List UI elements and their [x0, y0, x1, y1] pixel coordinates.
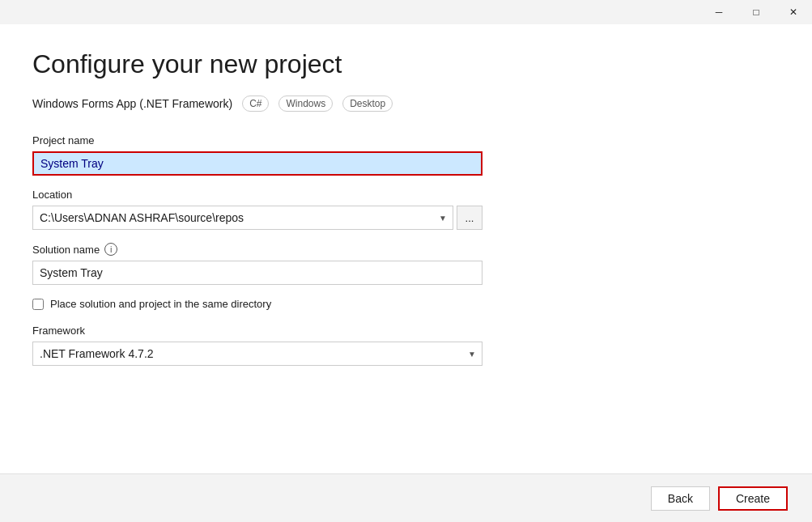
tag-csharp: C# — [242, 95, 269, 112]
framework-label: Framework — [32, 325, 780, 337]
minimize-button[interactable]: ─ — [700, 0, 738, 24]
main-content: Configure your new project Windows Forms… — [0, 24, 812, 522]
same-dir-checkbox[interactable] — [32, 299, 44, 310]
tag-windows: Windows — [278, 95, 333, 112]
location-field-group: Location C:\Users\ADNAN ASHRAF\source\re… — [32, 189, 780, 230]
project-name-field-group: Project name — [32, 134, 780, 176]
create-button[interactable]: Create — [718, 486, 788, 511]
project-name-label: Project name — [32, 134, 780, 146]
back-button[interactable]: Back — [651, 486, 710, 511]
same-dir-checkbox-row: Place solution and project in the same d… — [32, 298, 780, 310]
location-label: Location — [32, 189, 780, 201]
location-row: C:\Users\ADNAN ASHRAF\source\repos ... — [32, 206, 780, 230]
project-type-name: Windows Forms App (.NET Framework) — [32, 97, 232, 110]
framework-field-group: Framework .NET Framework 4.7.2 .NET Fram… — [32, 325, 780, 366]
framework-select[interactable]: .NET Framework 4.7.2 .NET Framework 4.8 … — [32, 342, 483, 366]
close-button[interactable]: ✕ — [775, 0, 812, 24]
solution-name-input[interactable] — [32, 261, 483, 285]
location-select-wrapper: C:\Users\ADNAN ASHRAF\source\repos — [32, 206, 453, 230]
project-name-input[interactable] — [32, 151, 483, 176]
solution-name-info-icon[interactable]: i — [104, 243, 117, 256]
browse-button[interactable]: ... — [457, 206, 483, 230]
project-type-row: Windows Forms App (.NET Framework) C# Wi… — [32, 95, 780, 112]
framework-select-wrapper: .NET Framework 4.7.2 .NET Framework 4.8 … — [32, 342, 483, 366]
page-title: Configure your new project — [32, 49, 780, 79]
location-select[interactable]: C:\Users\ADNAN ASHRAF\source\repos — [32, 206, 453, 230]
maximize-button[interactable]: □ — [738, 0, 775, 24]
bottom-bar: Back Create — [0, 473, 812, 522]
tag-desktop: Desktop — [342, 95, 393, 112]
same-dir-label: Place solution and project in the same d… — [50, 298, 271, 310]
solution-name-field-group: Solution name i — [32, 243, 780, 285]
title-bar: ─ □ ✕ — [700, 0, 812, 24]
solution-name-label: Solution name i — [32, 243, 780, 256]
